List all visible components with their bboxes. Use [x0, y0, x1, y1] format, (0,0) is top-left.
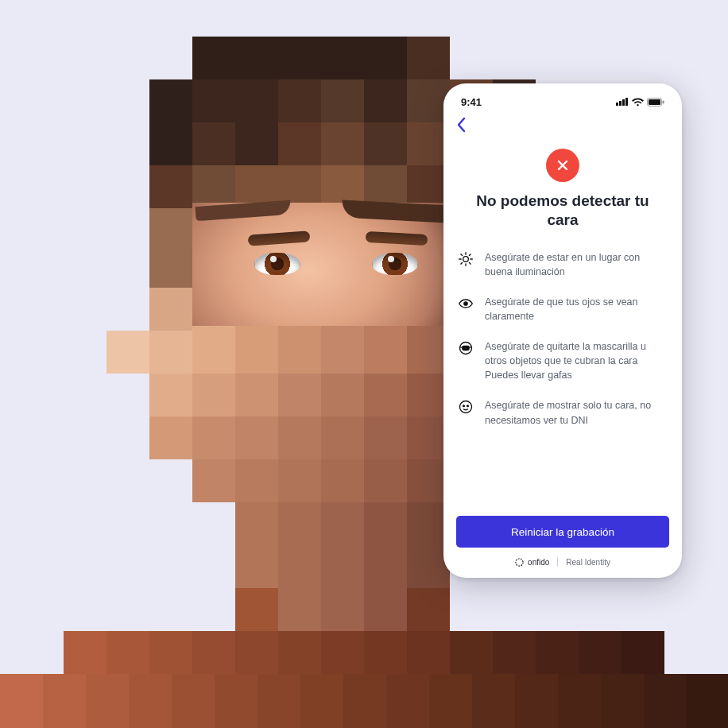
status-time: 9:41 — [461, 96, 482, 108]
footer-tag: Real Identity — [566, 558, 610, 567]
chevron-left-icon — [456, 117, 466, 133]
brand-logo: onfido — [515, 558, 549, 567]
onfido-logo-icon — [515, 558, 524, 567]
svg-point-11 — [460, 401, 472, 413]
tip-text: Asegúrate de mostrar solo tu cara, no ne… — [485, 398, 668, 427]
face-icon — [458, 399, 474, 415]
eye-icon — [458, 296, 474, 312]
screen-title: No podemos detectar tu cara — [456, 192, 669, 230]
brand-name: onfido — [528, 558, 549, 567]
svg-rect-2 — [622, 99, 625, 106]
svg-rect-5 — [649, 99, 660, 105]
svg-point-14 — [516, 558, 523, 565]
restart-recording-button[interactable]: Reiniciar la grabación — [456, 516, 669, 548]
nav-bar — [456, 110, 669, 134]
battery-icon — [647, 98, 664, 106]
svg-rect-1 — [619, 101, 622, 106]
svg-rect-6 — [663, 100, 664, 103]
phone-frame: 9:41 No podemos detectar tu cara Asegúra… — [443, 83, 682, 578]
tip-item: Asegúrate de estar en un lugar con buena… — [458, 250, 668, 279]
svg-rect-0 — [616, 103, 618, 106]
svg-rect-10 — [463, 347, 469, 350]
wifi-icon — [632, 98, 644, 106]
svg-point-12 — [463, 405, 465, 407]
cellular-icon — [616, 98, 629, 106]
tip-text: Asegúrate de que tus ojos se vean claram… — [485, 295, 668, 323]
status-bar: 9:41 — [456, 93, 669, 110]
status-icons — [616, 98, 664, 106]
footer-divider — [557, 557, 558, 567]
tip-item: Asegúrate de mostrar solo tu cara, no ne… — [458, 398, 668, 427]
tips-list: Asegúrate de estar en un lugar con buena… — [456, 250, 669, 510]
tip-text: Asegúrate de quitarte la mascarilla u ot… — [485, 339, 668, 382]
tip-item: Asegúrate de que tus ojos se vean claram… — [458, 295, 668, 323]
tip-text: Asegúrate de estar en un lugar con buena… — [485, 250, 668, 279]
svg-point-13 — [467, 405, 469, 407]
close-icon — [557, 160, 568, 171]
sun-icon — [458, 251, 474, 267]
tip-item: Asegúrate de quitarte la mascarilla u ot… — [458, 339, 668, 382]
svg-rect-3 — [625, 98, 628, 106]
footer: onfido Real Identity — [456, 557, 669, 567]
error-badge — [546, 149, 579, 182]
svg-point-8 — [464, 302, 467, 305]
svg-point-7 — [463, 256, 469, 261]
mask-icon — [458, 340, 474, 356]
back-button[interactable] — [456, 117, 466, 133]
